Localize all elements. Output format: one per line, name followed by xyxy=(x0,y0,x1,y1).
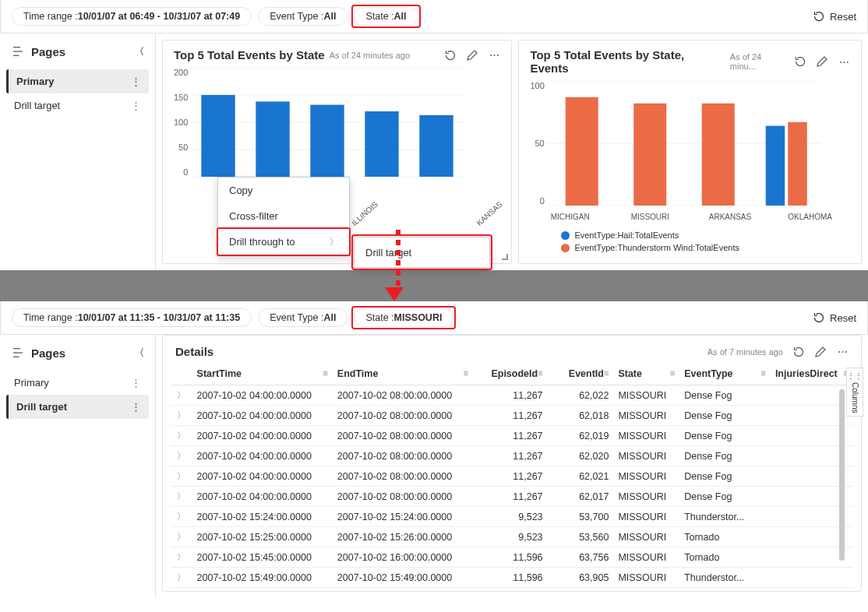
refresh-icon[interactable] xyxy=(792,346,805,358)
ctx-drill-through[interactable]: Drill through to 〉 xyxy=(218,229,349,255)
refresh-icon[interactable] xyxy=(794,55,806,68)
column-menu-icon[interactable]: ≡ xyxy=(323,368,327,378)
column-menu-icon[interactable]: ≡ xyxy=(538,368,542,378)
expand-row-icon[interactable]: 〉 xyxy=(171,547,192,568)
cell-state: MISSOURI xyxy=(613,547,679,568)
expand-row-icon[interactable]: 〉 xyxy=(171,466,192,487)
expand-row-icon[interactable]: 〉 xyxy=(171,426,192,446)
cell-eventtype: Dense Fog xyxy=(679,385,771,406)
edit-icon[interactable] xyxy=(816,55,828,68)
column-menu-icon[interactable]: ≡ xyxy=(464,368,468,378)
page-menu-icon[interactable]: ⋮ xyxy=(131,401,141,413)
filter-event-type[interactable]: Event Type : All xyxy=(258,7,348,26)
more-icon[interactable]: ⋯ xyxy=(488,49,500,62)
filter-event-type[interactable]: Event Type : All xyxy=(258,308,348,327)
edit-icon[interactable] xyxy=(814,346,827,358)
svg-rect-9 xyxy=(420,115,453,177)
bar-chart[interactable]: 200150100500 xyxy=(174,68,500,179)
ctx-drill-submenu[interactable]: Drill target xyxy=(354,237,490,268)
col-endtime[interactable]: EndTime≡ xyxy=(333,363,473,385)
collapse-icon[interactable]: 〈 xyxy=(135,346,144,360)
sidebar-item-primary[interactable]: Primary⋮ xyxy=(6,371,149,395)
cell-starttime: 2007-10-02 04:00:00.0000 xyxy=(192,406,333,426)
more-icon[interactable]: ⋯ xyxy=(836,346,849,358)
page-label: Primary xyxy=(16,76,54,87)
cell-injuriesdirect xyxy=(771,568,853,588)
svg-rect-14 xyxy=(633,104,666,206)
cell-episodeid: 11,267 xyxy=(473,487,547,507)
expand-row-icon[interactable]: 〉 xyxy=(171,446,192,466)
table-row[interactable]: 〉2007-10-02 04:00:00.00002007-10-02 08:0… xyxy=(171,426,853,446)
svg-rect-15 xyxy=(702,104,735,206)
col-eventid[interactable]: EventId≡ xyxy=(548,363,614,385)
reset-button[interactable]: Reset xyxy=(813,10,856,23)
page-label: Drill target xyxy=(14,100,60,111)
ctx-cross-filter[interactable]: Cross-filter xyxy=(218,203,349,229)
sidebar-item-drill-target[interactable]: Drill target⋮ xyxy=(6,93,149,118)
collapse-icon[interactable]: 〈 xyxy=(135,45,144,58)
resize-handle-icon[interactable] xyxy=(502,254,508,260)
col-eventtype[interactable]: EventType≡ xyxy=(679,363,771,385)
grouped-bar-chart[interactable]: 100500 xyxy=(530,81,850,208)
expand-row-icon[interactable]: 〉 xyxy=(171,527,192,547)
expand-row-icon[interactable]: 〉 xyxy=(171,568,192,588)
columns-label: Columns xyxy=(851,382,859,413)
col-injuriesdirect[interactable]: InjuriesDirect≡ xyxy=(771,363,853,385)
table-row[interactable]: 〉2007-10-02 15:45:00.00002007-10-02 16:0… xyxy=(171,547,853,568)
columns-panel-toggle[interactable]: ⋮⋮ Columns xyxy=(846,368,863,417)
cell-eventtype: Dense Fog xyxy=(679,466,771,487)
sidebar-item-drill-target[interactable]: Drill target⋮ xyxy=(6,395,149,419)
cell-state: MISSOURI xyxy=(613,466,679,487)
page-menu-icon[interactable]: ⋮ xyxy=(131,76,141,87)
as-of-label: As of 7 minutes ago xyxy=(707,347,783,357)
expand-row-icon[interactable]: 〉 xyxy=(171,406,192,426)
cell-eventid: 53,560 xyxy=(548,527,614,547)
table-row[interactable]: 〉2007-10-02 15:24:00.00002007-10-02 15:2… xyxy=(171,507,853,527)
cell-eventid: 62,022 xyxy=(548,385,614,406)
cell-state: MISSOURI xyxy=(613,446,679,466)
filter-state[interactable]: State : All xyxy=(354,7,418,26)
table-row[interactable]: 〉2007-10-02 15:25:00.00002007-10-02 15:2… xyxy=(171,527,853,547)
cell-starttime: 2007-10-02 04:00:00.0000 xyxy=(192,466,333,487)
refresh-icon[interactable] xyxy=(444,49,457,62)
cell-eventtype: Thunderstor... xyxy=(679,507,771,527)
value: 10/01/07 at 06:49 - 10/31/07 at 07:49 xyxy=(78,11,240,22)
cell-eventid: 62,020 xyxy=(548,446,614,466)
filter-state[interactable]: State : MISSOURI xyxy=(354,308,453,327)
edit-icon[interactable] xyxy=(466,49,478,62)
expand-row-icon[interactable]: 〉 xyxy=(171,385,192,406)
col-state[interactable]: State≡ xyxy=(613,363,679,385)
table-row[interactable]: 〉2007-10-02 15:49:00.00002007-10-02 15:4… xyxy=(171,568,853,588)
column-menu-icon[interactable]: ≡ xyxy=(604,368,609,378)
expand-row-icon[interactable]: 〉 xyxy=(171,487,192,507)
reset-button[interactable]: Reset xyxy=(813,311,856,324)
column-menu-icon[interactable]: ≡ xyxy=(670,368,675,378)
cell-endtime: 2007-10-02 08:00:00.0000 xyxy=(333,466,473,487)
table-row[interactable]: 〉2007-10-02 04:00:00.00002007-10-02 08:0… xyxy=(171,385,853,406)
filter-time-range[interactable]: Time range : 10/01/07 at 06:49 - 10/31/0… xyxy=(12,7,252,26)
reset-icon xyxy=(813,10,825,23)
column-menu-icon[interactable]: ≡ xyxy=(760,368,765,378)
as-of-label: As of 24 minutes ago xyxy=(330,51,410,60)
table-row[interactable]: 〉2007-10-02 04:00:00.00002007-10-02 08:0… xyxy=(171,487,853,507)
table-row[interactable]: 〉2007-10-02 04:00:00.00002007-10-02 08:0… xyxy=(171,446,853,466)
more-icon[interactable]: ⋯ xyxy=(838,55,850,68)
cell-starttime: 2007-10-02 04:00:00.0000 xyxy=(192,385,333,406)
expand-row-icon[interactable]: 〉 xyxy=(171,507,192,527)
scrollbar-thumb[interactable] xyxy=(839,389,845,561)
col-episodeid[interactable]: EpisodeId≡ xyxy=(473,363,547,385)
sidebar-item-primary[interactable]: Primary⋮ xyxy=(6,69,149,93)
value: MISSOURI xyxy=(394,312,443,323)
page-menu-icon[interactable]: ⋮ xyxy=(131,100,141,111)
ctx-copy[interactable]: Copy xyxy=(218,178,349,203)
cell-starttime: 2007-10-02 04:00:00.0000 xyxy=(192,487,333,507)
table-row[interactable]: 〉2007-10-02 04:00:00.00002007-10-02 08:0… xyxy=(171,466,853,487)
value: 10/01/07 at 11:35 - 10/31/07 at 11:35 xyxy=(78,312,240,323)
separator-band xyxy=(0,270,868,301)
filter-time-range[interactable]: Time range : 10/01/07 at 11:35 - 10/31/0… xyxy=(12,308,252,327)
svg-rect-6 xyxy=(256,101,290,177)
table-row[interactable]: 〉2007-10-02 04:00:00.00002007-10-02 08:0… xyxy=(171,406,853,426)
card-body: 100500MICHIGANMISSOURIARKANSASOKLAHOMA E… xyxy=(519,75,861,263)
col-starttime[interactable]: StartTime≡ xyxy=(192,363,333,385)
page-menu-icon[interactable]: ⋮ xyxy=(131,377,141,389)
